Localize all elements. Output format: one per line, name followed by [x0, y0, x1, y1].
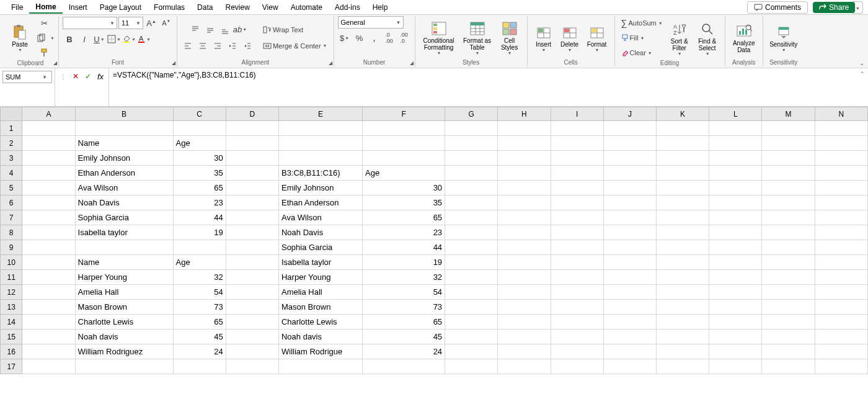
row-header-7[interactable]: 7 — [1, 210, 22, 225]
cell-F8[interactable]: 23 — [363, 225, 445, 240]
clear-button[interactable]: Clear ▼ — [619, 46, 655, 60]
cell-J9[interactable] — [603, 240, 656, 255]
cell-I3[interactable] — [551, 151, 603, 166]
cell-M14[interactable] — [762, 315, 815, 330]
cell-B15[interactable]: Noah davis — [75, 330, 173, 344]
cell-E8[interactable]: Noah Davis — [278, 225, 362, 240]
cell-E5[interactable]: Emily Johnson — [278, 181, 362, 195]
menu-data[interactable]: Data — [191, 2, 219, 13]
fill-color-button[interactable]: ▼ — [122, 32, 136, 46]
cell-K13[interactable] — [656, 300, 709, 315]
cell-A15[interactable] — [22, 330, 75, 344]
cell-N15[interactable] — [815, 330, 867, 344]
cell-N2[interactable] — [815, 136, 867, 151]
cell-F7[interactable]: 65 — [363, 210, 445, 225]
cell-K2[interactable] — [656, 136, 709, 151]
cell-H16[interactable] — [498, 344, 551, 359]
collapse-ribbon-button[interactable]: ⌄ — [859, 60, 864, 66]
row-header-1[interactable]: 1 — [1, 121, 22, 136]
decrease-font-button[interactable]: A▼ — [159, 16, 173, 30]
align-center-button[interactable] — [196, 39, 210, 53]
cell-C15[interactable]: 45 — [173, 330, 226, 344]
cell-A5[interactable] — [22, 181, 75, 195]
cell-K15[interactable] — [656, 330, 709, 344]
cell-I8[interactable] — [551, 225, 603, 240]
cell-I14[interactable] — [551, 315, 603, 330]
cell-B10[interactable]: Name — [75, 255, 173, 270]
spreadsheet-grid[interactable]: ABCDEFGHIJKLMN12NameAge3Emily Johnson304… — [0, 107, 868, 404]
cell-N13[interactable] — [815, 300, 867, 315]
name-box[interactable]: ▼ — [2, 71, 52, 83]
autosum-button[interactable]: ∑ AutoSum ▼ — [619, 16, 665, 30]
row-header-14[interactable]: 14 — [1, 315, 22, 330]
cell-D17[interactable] — [226, 359, 278, 374]
row-header-5[interactable]: 5 — [1, 181, 22, 195]
cell-D9[interactable] — [226, 240, 278, 255]
orientation-button[interactable]: ab▼ — [233, 23, 247, 37]
cell-G10[interactable] — [445, 255, 498, 270]
cell-F3[interactable] — [363, 151, 445, 166]
cell-A13[interactable] — [22, 300, 75, 315]
cell-B2[interactable]: Name — [75, 136, 173, 151]
cell-K17[interactable] — [656, 359, 709, 374]
delete-cells-button[interactable]: Delete▼ — [557, 19, 582, 56]
cell-K14[interactable] — [656, 315, 709, 330]
column-header-H[interactable]: H — [498, 107, 551, 121]
cell-C3[interactable]: 30 — [173, 151, 226, 166]
cell-C12[interactable]: 54 — [173, 285, 226, 300]
cell-D15[interactable] — [226, 330, 278, 344]
cell-N16[interactable] — [815, 344, 867, 359]
row-header-16[interactable]: 16 — [1, 344, 22, 359]
cell-L10[interactable] — [709, 255, 762, 270]
align-right-button[interactable] — [211, 39, 224, 53]
cell-M4[interactable] — [762, 166, 815, 181]
column-header-N[interactable]: N — [815, 107, 867, 121]
cell-L11[interactable] — [709, 270, 762, 285]
cell-L15[interactable] — [709, 330, 762, 344]
cell-A1[interactable] — [22, 121, 75, 136]
cell-D4[interactable] — [226, 166, 278, 181]
cell-M15[interactable] — [762, 330, 815, 344]
cell-C17[interactable] — [173, 359, 226, 374]
cell-J17[interactable] — [603, 359, 656, 374]
cell-H4[interactable] — [498, 166, 551, 181]
cell-G12[interactable] — [445, 285, 498, 300]
cell-N8[interactable] — [815, 225, 867, 240]
cell-C9[interactable] — [173, 240, 226, 255]
cell-D3[interactable] — [226, 151, 278, 166]
cell-M7[interactable] — [762, 210, 815, 225]
column-header-B[interactable]: B — [75, 107, 173, 121]
cell-K9[interactable] — [656, 240, 709, 255]
row-header-11[interactable]: 11 — [1, 270, 22, 285]
column-header-E[interactable]: E — [278, 107, 362, 121]
cell-G17[interactable] — [445, 359, 498, 374]
cell-K7[interactable] — [656, 210, 709, 225]
row-header-3[interactable]: 3 — [1, 151, 22, 166]
cell-M11[interactable] — [762, 270, 815, 285]
cell-F5[interactable]: 30 — [363, 181, 445, 195]
cell-C14[interactable]: 65 — [173, 315, 226, 330]
cell-E6[interactable]: Ethan Anderson — [278, 195, 362, 210]
menu-automate[interactable]: Automate — [285, 2, 329, 13]
menu-page-layout[interactable]: Page Layout — [94, 2, 148, 13]
cell-K10[interactable] — [656, 255, 709, 270]
cell-G1[interactable] — [445, 121, 498, 136]
chevron-down-icon[interactable]: ▼ — [50, 36, 55, 40]
cell-styles-button[interactable]: Cell Styles▼ — [496, 19, 523, 56]
cell-E7[interactable]: Ava Wilson — [278, 210, 362, 225]
cell-N12[interactable] — [815, 285, 867, 300]
cell-G8[interactable] — [445, 225, 498, 240]
analyze-data-button[interactable]: Analyze Data — [729, 19, 759, 56]
chevron-down-icon[interactable]: ▼ — [394, 20, 403, 25]
insert-function-button[interactable]: fx — [95, 71, 106, 82]
chevron-down-icon[interactable]: ▼ — [108, 20, 117, 26]
cell-J1[interactable] — [603, 121, 656, 136]
column-header-D[interactable]: D — [226, 107, 278, 121]
cell-J13[interactable] — [603, 300, 656, 315]
cell-M17[interactable] — [762, 359, 815, 374]
paste-button[interactable]: Paste ▼ — [6, 19, 33, 56]
cell-E13[interactable]: Mason Brown — [278, 300, 362, 315]
number-launcher[interactable]: ◢ — [410, 60, 414, 66]
fill-button[interactable]: Fill ▼ — [619, 31, 647, 45]
cell-E2[interactable] — [278, 136, 362, 151]
